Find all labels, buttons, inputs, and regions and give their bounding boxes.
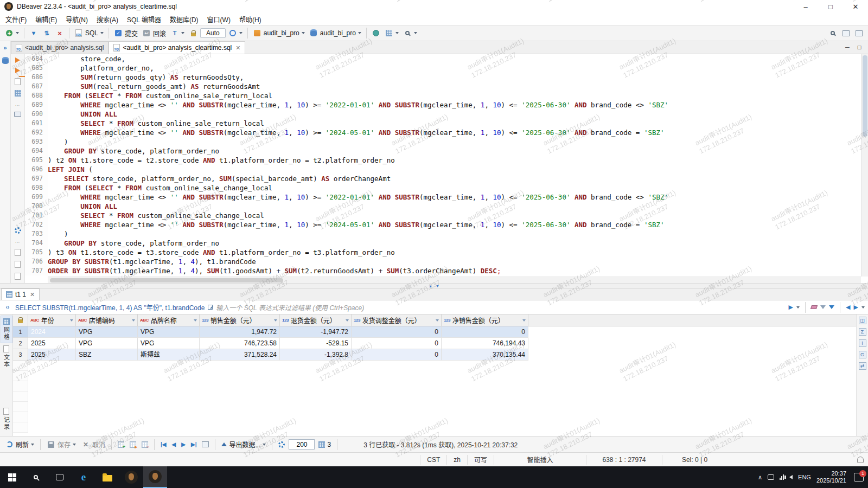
table-cell[interactable]: -1,947.72 [280,326,352,338]
sql-editor[interactable]: 684 store_code,685 platform_order_no,686… [25,54,868,283]
table-cell[interactable]: 746,194.43 [442,338,528,349]
history-back-icon[interactable]: ◀ [846,304,850,311]
save-script-icon[interactable] [15,261,21,268]
grouping-panel-icon[interactable]: G [859,351,866,358]
code-line[interactable]: 701 SELECT * FROM custom_online_sale_cha… [25,211,861,220]
table-cell[interactable]: 1,947.72 [200,326,280,338]
task-view-button[interactable] [48,466,72,488]
new-connection-button[interactable]: + [3,28,21,38]
code-line[interactable]: 705) t3 ON t1.store_code = t3.store_code… [25,248,861,257]
table-cell[interactable]: VPG [138,338,200,349]
table-cell[interactable]: 斯搏兹 [138,349,200,361]
column-dropdown-icon[interactable] [194,319,197,322]
menu-edit[interactable]: 编辑(E) [31,14,61,25]
code-line[interactable]: 691 SELECT * FROM custom_online_sale_ret… [25,119,861,128]
code-line[interactable]: 693 ) [25,137,861,146]
execute-statement-icon[interactable] [15,57,20,63]
menu-database[interactable]: 数据库(D) [165,14,203,25]
code-line[interactable]: 696LEFT JOIN ( [25,165,861,174]
splitter-down-icon[interactable]: ▼ [436,284,439,288]
table-cell[interactable]: 2024 [28,326,76,338]
column-dropdown-icon[interactable] [274,319,277,322]
minimize-editor-icon[interactable]: ─ [843,43,852,52]
query-history-dropdown[interactable] [227,28,244,38]
expand-icon[interactable] [208,305,213,310]
menu-help[interactable]: 帮助(H) [235,14,266,25]
last-row-button[interactable]: ▶| [189,440,199,448]
notification-bell-icon[interactable] [857,457,864,463]
statistics-icon[interactable] [15,90,21,97]
code-line[interactable]: 707ORDER BY SUBSTR(t1.mgclearTime, 1, 4)… [25,266,861,275]
taskbar-edge-button[interactable]: e [72,466,95,488]
settings-button[interactable] [277,440,286,449]
execute-script-icon[interactable] [15,68,20,73]
delete-row-button[interactable]: − [140,440,150,449]
chevron-down-icon[interactable] [861,306,865,309]
autocommit-selector[interactable]: Auto [200,28,226,38]
scrollbar-thumb[interactable] [863,55,867,137]
menu-window[interactable]: 窗口(W) [203,14,235,25]
table-cell[interactable]: VPG [76,326,138,338]
column-header-1[interactable]: ABC年份 [28,314,76,326]
column-header-3[interactable]: ABC品牌名称 [138,314,200,326]
tab-analysis-sql[interactable]: <audit_bi_pro> analysis.sql [11,41,108,54]
table-row[interactable]: 32025SBZ斯搏兹371,528.24-1,392.80370,135.44 [13,349,856,361]
menu-search[interactable]: 搜索(A) [92,14,123,25]
taskbar-app-button[interactable] [119,466,143,488]
column-dropdown-icon[interactable] [522,319,526,322]
metadata-panel-icon[interactable]: i [859,339,866,347]
restore-panel-icon[interactable]: » [1,43,10,52]
table-row[interactable]: 12024VPGVPG1,947.72-1,947.7200 [13,326,856,338]
column-header-5[interactable]: 123退货金额（元） [280,314,352,326]
column-dropdown-icon[interactable] [436,319,439,322]
log-icon[interactable] [15,273,21,280]
export-data-button[interactable]: 导出数据... [220,439,267,450]
table-cell[interactable]: -529.15 [280,338,352,349]
transaction-mode-dropdown[interactable]: T [169,28,186,38]
commit-button[interactable]: ✓提交 [112,28,139,39]
menu-sql-editor[interactable]: SQL 编辑器 [123,14,165,25]
column-header-6[interactable]: 123发货调整金额（元） [352,314,442,326]
scrollbar-thumb[interactable] [50,278,283,282]
table-cell[interactable]: 2025 [28,338,76,349]
gear-icon[interactable] [15,227,21,234]
quick-search-button[interactable] [827,28,839,38]
previous-row-button[interactable]: ◀ [170,440,178,448]
sync-button[interactable]: ⇅ [41,28,53,38]
close-tab-icon[interactable]: ✕ [235,44,240,52]
table-cell[interactable]: 0 [352,326,442,338]
explain-plan-icon[interactable] [15,78,21,85]
sql-editor-dropdown[interactable]: SQL [73,28,105,38]
network-icon[interactable] [780,474,784,480]
table-cell[interactable]: 0 [352,349,442,361]
table-cell[interactable]: 370,135.44 [442,349,528,361]
tab-analysis-cleartime-sql[interactable]: <audit_bi_pro> analysis_cleartime.sql ✕ [108,41,245,54]
cancel-button[interactable]: ✕取消 [80,439,107,450]
code-line[interactable]: 700 UNION ALL [25,202,861,211]
code-area[interactable]: 684 store_code,685 platform_order_no,686… [25,54,861,277]
code-line[interactable]: 695) t2 ON t1.store_code = t2.store_code… [25,156,861,165]
editor-horizontal-scrollbar[interactable] [48,277,861,283]
filter-input[interactable]: 输入一个 SQL 表达式来过滤结果 (使用 Ctrl+Space) [216,303,785,312]
output-icon[interactable] [14,112,21,117]
code-line[interactable]: 684 store_code, [25,54,861,63]
grid-corner-cell[interactable] [13,314,28,326]
transaction-lock-button[interactable] [187,28,199,38]
chevron-down-icon[interactable] [796,306,800,309]
start-button[interactable] [0,466,24,488]
rollback-button[interactable]: ↩回滚 [141,28,168,39]
code-line[interactable]: 703 ) [25,229,861,239]
row-number[interactable]: 1 [13,326,28,338]
more-icon[interactable]: … [15,239,21,244]
code-line[interactable]: 697 SELECT store_code, platform_order_no… [25,174,861,183]
editor-results-splitter[interactable]: ▲ ▼ [0,283,868,288]
table-row[interactable]: 22025VPGVPG746,723.58-529.150746,194.43 [13,338,856,349]
calculator-panel-icon[interactable]: Σ [859,328,866,336]
taskbar-clock[interactable]: 20:37 2025/10/21 [816,470,846,484]
text-view-tab[interactable]: 文本 [1,343,12,370]
filter-icon[interactable] [829,305,834,309]
code-line[interactable]: 688 FROM (SELECT * FROM custom_online_sa… [25,91,861,100]
column-dropdown-icon[interactable] [70,319,73,322]
open-perspective-button[interactable] [853,28,865,38]
code-line[interactable]: 689 WHERE mgclear_time <> '' AND SUBSTR(… [25,100,861,110]
